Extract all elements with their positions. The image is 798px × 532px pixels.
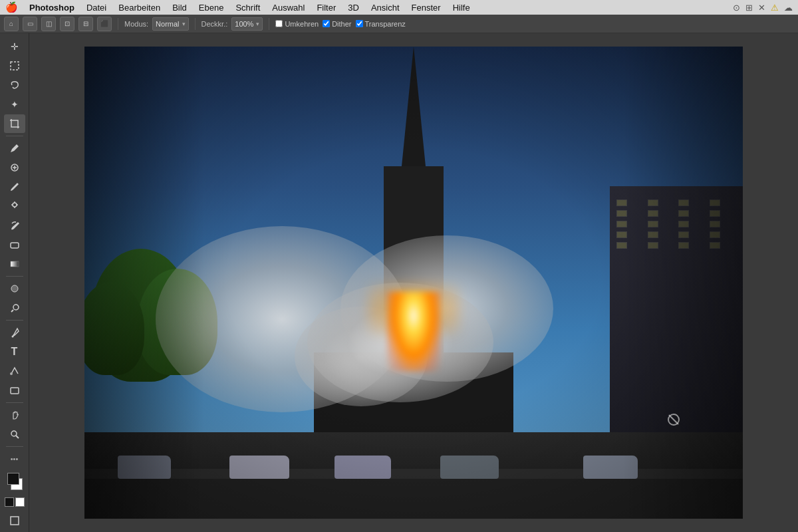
main-area: ✛ ✦	[0, 33, 798, 532]
invert-checkbox-container[interactable]: Umkehren	[275, 20, 319, 28]
apple-icon[interactable]: 🍎	[5, 1, 18, 13]
mode-label: Modus:	[124, 20, 148, 28]
svg-rect-19	[11, 517, 19, 525]
menu-item-photoshop[interactable]: Photoshop	[25, 1, 79, 14]
mode-dropdown[interactable]: Normal	[152, 17, 188, 31]
workspace-icon[interactable]: ⊞	[745, 3, 753, 13]
foreground-color[interactable]	[7, 473, 19, 485]
screen-mode-icon[interactable]: ⊙	[733, 3, 740, 13]
menu-item-datei[interactable]: Datei	[82, 1, 111, 14]
canvas-document: ⊙	[84, 47, 743, 519]
svg-line-18	[16, 436, 19, 438]
standard-mode[interactable]	[5, 497, 14, 507]
svg-rect-0	[11, 62, 19, 70]
quickmask-mode[interactable]	[15, 497, 25, 507]
text-tool-btn[interactable]: T	[4, 342, 25, 361]
menu-item-bild[interactable]: Bild	[168, 1, 192, 14]
history-brush-btn[interactable]	[4, 216, 25, 235]
wand-tool-btn[interactable]: ✦	[4, 95, 25, 114]
gradient-tool-btn[interactable]	[4, 255, 25, 273]
menu-item-ansicht[interactable]: Ansicht	[366, 1, 404, 14]
car-4	[440, 456, 499, 479]
menu-item-auswahl[interactable]: Auswahl	[267, 1, 309, 14]
selection-tool-btn[interactable]	[4, 57, 25, 75]
car-1	[118, 456, 171, 479]
svg-point-15	[10, 372, 13, 375]
full-screen-btn1[interactable]: ◫	[41, 17, 56, 31]
shape-tool-btn[interactable]	[4, 381, 25, 400]
full-screen-btn3[interactable]: ⊟	[78, 17, 93, 31]
svg-point-11	[11, 285, 18, 292]
clone-tool-btn[interactable]	[4, 197, 25, 215]
menu-bar: 🍎 Photoshop Datei Bearbeiten Bild Ebene …	[0, 0, 798, 15]
svg-line-13	[11, 310, 13, 312]
svg-point-17	[11, 431, 17, 436]
exhaust-glow-inner	[387, 292, 440, 372]
pen-tool-btn[interactable]	[4, 323, 25, 342]
zoom-tool-btn[interactable]	[4, 425, 25, 444]
transparency-checkbox[interactable]	[356, 20, 363, 27]
blur-tool-btn[interactable]	[4, 279, 25, 298]
transparency-checkbox-container[interactable]: Transparenz	[356, 20, 406, 28]
menu-item-ebene[interactable]: Ebene	[194, 1, 229, 14]
warning-icon: ⚠	[771, 3, 779, 13]
building-windows	[610, 186, 743, 262]
menu-item-bearbeiten[interactable]: Bearbeiten	[114, 1, 165, 14]
brush-tool-btn[interactable]	[4, 178, 25, 196]
dodge-tool-btn[interactable]	[4, 299, 25, 317]
svg-rect-9	[11, 243, 19, 248]
svg-point-4	[13, 203, 17, 207]
menu-item-fenster[interactable]: Fenster	[407, 1, 446, 14]
lasso-tool-btn[interactable]	[4, 76, 25, 94]
menu-item-schrift[interactable]: Schrift	[231, 1, 265, 14]
car-5	[583, 456, 638, 479]
cloud-icon[interactable]: ☁	[784, 3, 793, 13]
menu-item-3d[interactable]: 3D	[343, 1, 364, 14]
menu-item-hilfe[interactable]: Hilfe	[448, 1, 475, 14]
color-swatches[interactable]	[4, 471, 25, 491]
dither-checkbox-container[interactable]: Dither	[323, 20, 351, 28]
eraser-tool-btn[interactable]	[4, 235, 25, 254]
more-tools-btn[interactable]: •••	[4, 450, 25, 468]
opacity-dropdown[interactable]: 100%	[231, 17, 263, 31]
screen-mode-btn[interactable]	[4, 511, 25, 530]
healing-tool-btn[interactable]	[4, 158, 25, 177]
move-tool-btn[interactable]: ✛	[4, 37, 25, 56]
invert-checkbox[interactable]	[275, 20, 283, 27]
ground-layer	[84, 432, 743, 519]
menubar-right-icons: ⊙ ⊞ ✕ ⚠ ☁	[733, 3, 793, 13]
car-2	[229, 456, 289, 479]
svg-rect-16	[11, 388, 19, 394]
svg-point-12	[13, 305, 19, 310]
full-screen-btn4[interactable]: ⬛	[97, 17, 112, 31]
car-3	[334, 456, 391, 479]
dither-checkbox[interactable]	[323, 20, 330, 27]
close-icon[interactable]: ✕	[758, 3, 765, 13]
street	[84, 479, 743, 519]
standard-screen-btn[interactable]: ▭	[23, 17, 37, 31]
home-button[interactable]: ⌂	[4, 17, 19, 31]
menu-item-filter[interactable]: Filter	[312, 1, 340, 14]
tower-spire	[400, 47, 427, 180]
path-selection-btn[interactable]	[4, 362, 25, 380]
opacity-label: Deckkr.:	[201, 20, 228, 28]
canvas-area[interactable]: ⊙	[29, 33, 798, 532]
hand-tool-btn[interactable]	[4, 406, 25, 424]
svg-rect-10	[11, 261, 19, 267]
crop-tool-btn[interactable]	[4, 114, 25, 133]
options-bar: ⌂ ▭ ◫ ⊡ ⊟ ⬛ Modus: Normal Deckkr.: 100% …	[0, 15, 798, 33]
svg-point-14	[11, 336, 13, 338]
quick-mask-mode[interactable]	[4, 493, 25, 511]
eyedropper-tool-btn[interactable]	[4, 139, 25, 158]
toolbar: ✛ ✦	[0, 33, 29, 532]
full-screen-btn2[interactable]: ⊡	[60, 17, 74, 31]
